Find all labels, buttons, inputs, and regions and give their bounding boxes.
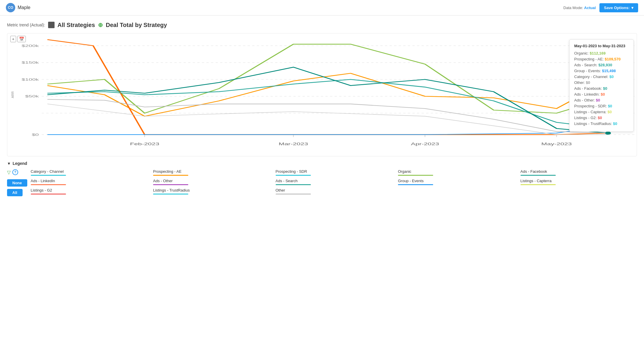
legend-item[interactable]: Category - Channel	[31, 169, 148, 176]
app-header: CO Maple Data Mode: Actual Save Options:…	[0, 0, 644, 16]
metric-title: Deal Total by Strategy	[106, 22, 167, 28]
svg-text:Mar-2023: Mar-2023	[279, 142, 308, 146]
svg-text:$150k: $150k	[22, 61, 39, 65]
metric-title-row: Metric trend (Actual): All Strategies ⊕ …	[7, 21, 637, 28]
legend-item-label: Ads - Other	[153, 179, 270, 183]
filter-icon: ▽	[7, 170, 11, 175]
tooltip-row: Category - Channel: $0	[574, 75, 629, 79]
tooltip-row: Ads - LinkedIn: $0	[574, 92, 629, 97]
svg-text:$200k: $200k	[22, 44, 39, 48]
all-button[interactable]: All	[7, 189, 23, 196]
legend-item[interactable]: Ads - LinkedIn	[31, 179, 148, 185]
tooltip-row: Other: $0	[574, 80, 629, 85]
legend-item-label: Category - Channel	[31, 169, 148, 174]
legend-item[interactable]: Ads - Search	[276, 179, 392, 185]
legend-line	[398, 175, 433, 176]
legend-item-label: Group - Events	[398, 179, 515, 183]
legend-item-label: Listings - Capterra	[521, 179, 637, 183]
legend-controls: ▽ ? None All Category - Channel Prospect…	[7, 169, 637, 196]
legend-line	[153, 184, 188, 185]
save-options-button[interactable]: Save Options: ▾	[599, 3, 638, 12]
strategy-badge	[48, 22, 55, 28]
legend-line	[276, 184, 311, 185]
main-content: Metric trend (Actual): All Strategies ⊕ …	[0, 16, 644, 202]
legend-item-label: Prospecting - AE	[153, 169, 270, 174]
tooltip-row: Ads - Other: $0	[574, 98, 629, 102]
legend-item[interactable]: Other	[276, 188, 392, 194]
svg-text:$100k: $100k	[22, 77, 39, 81]
legend-line	[398, 184, 433, 185]
legend-item[interactable]: Organic	[398, 169, 515, 176]
chart-tooltip: May-01-2023 to May-31-2023 Organic: $112…	[569, 39, 634, 132]
svg-text:$50k: $50k	[25, 94, 39, 98]
legend-line	[31, 184, 66, 185]
tooltip-row: Prospecting - AE: $109,570	[574, 57, 629, 61]
data-mode-label: Data Mode: Actual	[563, 6, 596, 10]
legend-item[interactable]: Ads - Facebook	[521, 169, 637, 176]
legend-line	[521, 175, 556, 176]
legend-item[interactable]: Prospecting - AE	[153, 169, 270, 176]
svg-text:Apr-2023: Apr-2023	[411, 142, 439, 146]
tooltip-title: May-01-2023 to May-31-2023	[574, 44, 629, 48]
chart-area: + 📅 ARR $200k $150k $100k $50k $0 Feb-20…	[7, 33, 637, 156]
app-name: Maple	[18, 5, 30, 10]
legend-line	[276, 175, 311, 176]
tooltip-row: Ads - Search: $28,930	[574, 63, 629, 67]
header-right: Data Mode: Actual Save Options: ▾	[563, 3, 638, 12]
tooltip-row: Group - Events: $15,498	[574, 69, 629, 73]
legend-title: Legend	[13, 161, 27, 166]
co-badge: CO	[6, 3, 15, 12]
help-icon: ?	[12, 169, 18, 175]
strategy-title: All Strategies	[57, 22, 95, 28]
chevron-down-icon: ▾	[631, 6, 633, 10]
legend-item-label: Listings - TrustRadius	[153, 188, 270, 192]
tooltip-row: Prospecting - SDR: $0	[574, 104, 629, 108]
legend-line	[153, 175, 188, 176]
legend-item-label: Organic	[398, 169, 515, 174]
legend-item-label: Ads - Search	[276, 179, 392, 183]
legend-grid: Category - Channel Prospecting - AE Pros…	[31, 169, 637, 194]
legend-item-label: Ads - LinkedIn	[31, 179, 148, 183]
dollar-icon: ⊕	[98, 21, 103, 28]
none-button[interactable]: None	[7, 179, 27, 187]
legend-line	[31, 194, 66, 194]
legend-item[interactable]: Ads - Other	[153, 179, 270, 185]
tooltip-row: Listings - Capterra: $0	[574, 110, 629, 114]
legend-item[interactable]: Listings - TrustRadius	[153, 188, 270, 194]
legend-buttons: ▽ ? None All	[7, 169, 27, 196]
tooltip-row: Listings - TrustRadius: $0	[574, 121, 629, 126]
legend-line	[31, 175, 66, 176]
legend-line	[521, 184, 556, 185]
legend-item[interactable]: Group - Events	[398, 179, 515, 185]
svg-text:Feb-2023: Feb-2023	[130, 142, 159, 146]
legend-section: ▼ Legend ▽ ? None All Category - Channel…	[7, 161, 637, 196]
svg-text:$0: $0	[32, 133, 39, 136]
legend-item[interactable]: Listings - Capterra	[521, 179, 637, 185]
chart-svg: $200k $150k $100k $50k $0 Feb-2023 Mar-2…	[7, 33, 637, 156]
tooltip-row: Listings - G2: $0	[574, 116, 629, 120]
metric-label: Metric trend (Actual):	[7, 23, 45, 27]
legend-item[interactable]: Prospecting - SDR	[276, 169, 392, 176]
legend-item-label: Ads - Facebook	[521, 169, 637, 174]
legend-header[interactable]: ▼ Legend	[7, 161, 637, 166]
header-left: CO Maple	[6, 3, 30, 12]
legend-item[interactable]: Listings - G2	[31, 188, 148, 194]
svg-text:May-2023: May-2023	[541, 142, 572, 146]
svg-point-23	[605, 131, 611, 134]
legend-item-label: Prospecting - SDR	[276, 169, 392, 174]
legend-line	[276, 194, 311, 194]
legend-collapse-icon: ▼	[7, 161, 11, 166]
data-mode-value[interactable]: Actual	[584, 6, 596, 10]
legend-item-label: Other	[276, 188, 392, 192]
tooltip-row: Ads - Facebook: $0	[574, 86, 629, 91]
legend-item-label: Listings - G2	[31, 188, 148, 192]
legend-line	[153, 194, 188, 194]
tooltip-row: Organic: $112,169	[574, 51, 629, 55]
